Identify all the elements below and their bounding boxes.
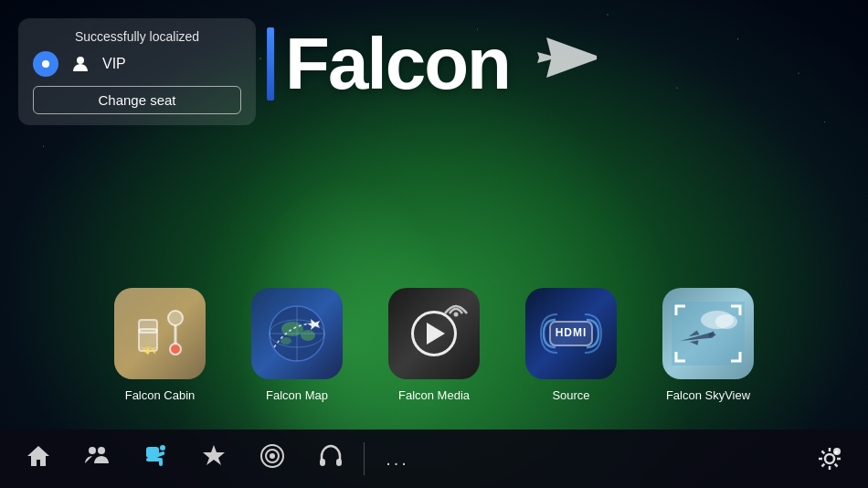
app-icon-falcon-map xyxy=(251,288,343,379)
svg-marker-32 xyxy=(203,445,225,465)
svg-rect-37 xyxy=(336,459,342,466)
svg-point-35 xyxy=(270,453,275,459)
svg-rect-36 xyxy=(320,459,325,466)
app-item-falcon-cabin[interactable]: Falcon Cabin xyxy=(105,288,215,402)
falcon-logo-text: Falcon xyxy=(285,27,510,101)
svg-point-25 xyxy=(89,447,96,454)
svg-line-46 xyxy=(822,464,825,467)
app-label-falcon-skyview: Falcon SkyView xyxy=(666,388,750,402)
home-icon xyxy=(26,443,51,475)
falcon-logo-bar xyxy=(267,27,274,101)
vip-label: VIP xyxy=(102,56,126,72)
svg-line-44 xyxy=(835,464,838,467)
settings-icon-wrap: Settings xyxy=(815,444,844,473)
concierge-icon xyxy=(259,443,285,475)
app-item-source[interactable]: HDMI Source xyxy=(516,288,626,402)
location-dot-icon xyxy=(33,51,58,77)
seat-icon xyxy=(143,443,168,475)
app-icon-falcon-cabin xyxy=(114,288,206,379)
svg-point-13 xyxy=(301,330,315,341)
svg-point-47 xyxy=(833,448,841,455)
vip-row: VIP xyxy=(33,51,241,77)
taskbar-right: Settings xyxy=(800,430,859,488)
app-label-falcon-cabin: Falcon Cabin xyxy=(125,388,196,402)
more-icon: ... xyxy=(386,449,409,470)
app-label-falcon-media: Falcon Media xyxy=(398,388,470,402)
user-icon xyxy=(68,51,93,77)
taskbar-item-home[interactable] xyxy=(9,430,68,488)
taskbar-left: ... xyxy=(9,430,800,488)
taskbar-item-people[interactable] xyxy=(68,430,126,488)
star-icon xyxy=(201,443,227,475)
app-icon-falcon-skyview xyxy=(662,288,754,379)
svg-rect-5 xyxy=(139,320,157,333)
svg-point-1 xyxy=(168,311,183,325)
app-item-falcon-skyview[interactable]: Falcon SkyView xyxy=(653,288,763,402)
people-icon xyxy=(83,443,111,475)
plane-icon xyxy=(528,30,601,98)
svg-point-24 xyxy=(715,314,737,329)
wifi-icon xyxy=(443,297,469,321)
svg-text:HDMI: HDMI xyxy=(556,326,587,339)
app-icon-falcon-media xyxy=(388,288,480,379)
svg-point-26 xyxy=(98,447,105,454)
apps-grid: Falcon Cabin xyxy=(105,288,763,402)
taskbar-item-favorites[interactable] xyxy=(185,430,243,488)
svg-marker-9 xyxy=(144,352,150,355)
svg-point-3 xyxy=(170,344,181,355)
main-content: Successfully localized VIP Change seat F… xyxy=(0,0,868,430)
svg-point-19 xyxy=(454,313,459,317)
taskbar-item-concierge[interactable] xyxy=(243,430,302,488)
svg-point-38 xyxy=(825,454,834,463)
headphones-icon xyxy=(318,443,344,475)
app-icon-source: HDMI xyxy=(525,288,617,379)
change-seat-button[interactable]: Change seat xyxy=(33,86,241,114)
svg-point-0 xyxy=(77,57,84,64)
localization-title: Successfully localized xyxy=(33,29,241,44)
falcon-logo: Falcon xyxy=(267,27,601,101)
settings-button[interactable]: Settings xyxy=(800,430,859,488)
svg-line-43 xyxy=(822,451,825,454)
taskbar-item-audio[interactable] xyxy=(302,430,360,488)
app-item-falcon-map[interactable]: Falcon Map xyxy=(242,288,352,402)
app-item-falcon-media[interactable]: Falcon Media xyxy=(379,288,489,402)
svg-rect-29 xyxy=(159,460,163,466)
taskbar-item-seat[interactable] xyxy=(126,430,185,488)
taskbar-item-more[interactable]: ... xyxy=(368,430,427,488)
localization-card: Successfully localized VIP Change seat xyxy=(18,18,256,125)
app-label-source: Source xyxy=(552,388,589,402)
taskbar: ... xyxy=(0,430,868,488)
app-label-falcon-map: Falcon Map xyxy=(266,388,328,402)
taskbar-divider xyxy=(364,442,365,475)
svg-point-30 xyxy=(160,445,165,451)
svg-point-14 xyxy=(281,337,291,345)
